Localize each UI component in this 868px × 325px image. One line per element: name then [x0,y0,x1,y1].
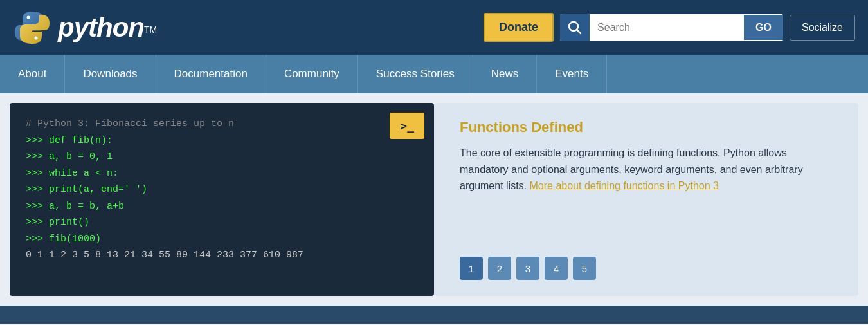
code-line-8: >>> fib(1000) [26,231,418,248]
nav-item-news[interactable]: News [473,55,538,93]
code-line-7: >>> print() [26,214,418,231]
search-icon-wrap [560,14,590,41]
header-right: Donate GO Socialize [484,13,855,42]
nav-item-community[interactable]: Community [266,55,358,93]
pagination: 1 2 3 4 5 [460,257,833,280]
nav-item-downloads[interactable]: Downloads [65,55,156,93]
code-line-9: 0 1 1 2 3 5 8 13 21 34 55 89 144 233 377… [26,247,418,264]
svg-point-0 [27,15,30,19]
main-content: >_ # Python 3: Fibonacci series up to n … [0,93,868,306]
page-button-4[interactable]: 4 [545,257,568,280]
page-button-2[interactable]: 2 [488,257,511,280]
info-content: Functions Defined The core of extensible… [460,119,833,194]
terminal-button[interactable]: >_ [390,113,424,139]
code-panel: >_ # Python 3: Fibonacci series up to n … [10,103,434,296]
code-line-4: >>> while a < n: [26,165,418,182]
header: pythonTM Donate GO Socialize [0,0,868,55]
code-line-3: >>> a, b = 0, 1 [26,149,418,165]
search-area: GO [560,14,783,41]
info-panel: Functions Defined The core of extensible… [434,103,858,296]
nav-item-success-stories[interactable]: Success Stories [358,55,473,93]
nav-bar: About Downloads Documentation Community … [0,55,868,93]
code-block: # Python 3: Fibonacci series up to n >>>… [26,116,418,264]
socialize-button[interactable]: Socialize [790,15,855,41]
page-button-5[interactable]: 5 [573,257,596,280]
go-button[interactable]: GO [744,15,783,40]
svg-line-3 [577,30,581,33]
page-button-1[interactable]: 1 [460,257,483,280]
nav-item-events[interactable]: Events [537,55,607,93]
donate-button[interactable]: Donate [484,13,554,42]
nav-item-about[interactable]: About [0,55,65,93]
info-title: Functions Defined [460,119,833,136]
code-line-5: >>> print(a, end=' ') [26,181,418,198]
search-input[interactable] [590,15,744,40]
search-icon [568,21,582,35]
bottom-bar [0,306,868,324]
nav-item-documentation[interactable]: Documentation [156,55,266,93]
info-description: The core of extensible programming is de… [460,145,833,194]
code-line-1: # Python 3: Fibonacci series up to n [26,116,418,133]
svg-point-1 [35,36,38,39]
code-line-6: >>> a, b = b, a+b [26,198,418,215]
code-line-2: >>> def fib(n): [26,133,418,149]
logo-area: pythonTM [13,8,157,47]
python-logo-icon [13,8,51,47]
page-button-3[interactable]: 3 [516,257,539,280]
site-title: pythonTM [58,12,157,43]
info-link[interactable]: More about defining functions in Python … [530,180,719,191]
